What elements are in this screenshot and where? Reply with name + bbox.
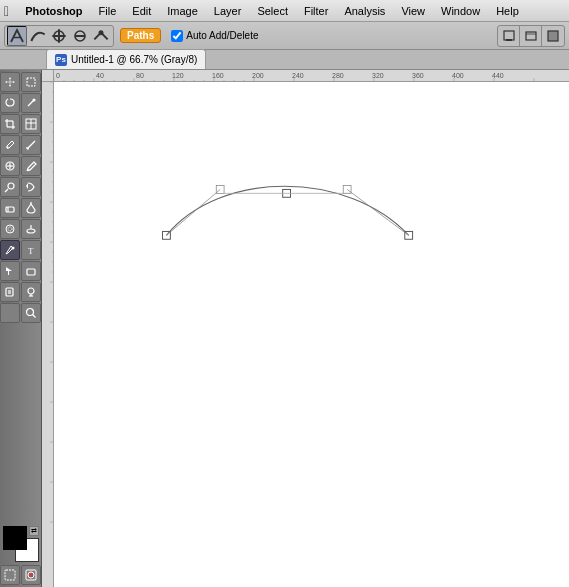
healing-tool[interactable] bbox=[0, 156, 20, 176]
history-brush-tool[interactable] bbox=[21, 177, 41, 197]
svg-rect-38 bbox=[6, 288, 13, 296]
svg-line-123 bbox=[166, 189, 220, 235]
add-anchor-btn[interactable] bbox=[49, 26, 69, 46]
slice-tool[interactable] bbox=[21, 114, 41, 134]
svg-point-26 bbox=[8, 183, 14, 189]
panels-row: Ps Untitled-1 @ 66.7% (Gray/8) bbox=[0, 50, 569, 70]
svg-point-2 bbox=[99, 30, 104, 35]
ruler-top: 0 40 80 120 160 200 240 280 320 360 400 … bbox=[54, 70, 569, 82]
dodge-tool[interactable] bbox=[21, 219, 41, 239]
measure-tool[interactable] bbox=[21, 135, 41, 155]
foreground-color-swatch[interactable] bbox=[3, 526, 27, 550]
menu-view[interactable]: View bbox=[393, 3, 433, 19]
marquee-tool[interactable] bbox=[21, 72, 41, 92]
move-tool[interactable] bbox=[0, 72, 20, 92]
eraser-tool[interactable] bbox=[0, 198, 20, 218]
notes-tool[interactable] bbox=[0, 282, 20, 302]
ruler-corner bbox=[42, 70, 54, 82]
menu-window[interactable]: Window bbox=[433, 3, 488, 19]
tool-row-mask bbox=[0, 565, 41, 585]
shape-tool[interactable] bbox=[21, 261, 41, 281]
magic-wand-tool[interactable] bbox=[21, 93, 41, 113]
toolbox: T bbox=[0, 70, 42, 587]
tool-row-10 bbox=[0, 261, 41, 281]
tool-row-9: T bbox=[0, 240, 41, 260]
svg-point-10 bbox=[33, 99, 36, 102]
svg-rect-3 bbox=[504, 31, 514, 40]
menu-layer[interactable]: Layer bbox=[206, 3, 250, 19]
svg-text:T: T bbox=[28, 246, 34, 256]
svg-point-33 bbox=[27, 229, 35, 233]
brush-tool[interactable] bbox=[21, 156, 41, 176]
standard-mode-btn[interactable] bbox=[0, 565, 20, 585]
paint-bucket-tool[interactable] bbox=[21, 198, 41, 218]
menu-bar:  Photoshop File Edit Image Layer Select… bbox=[0, 0, 569, 22]
menu-image[interactable]: Image bbox=[159, 3, 206, 19]
svg-point-48 bbox=[28, 572, 34, 578]
quick-mask-btn[interactable] bbox=[21, 565, 41, 585]
convert-anchor-btn[interactable] bbox=[91, 26, 111, 46]
svg-point-41 bbox=[28, 288, 34, 294]
svg-rect-5 bbox=[526, 32, 536, 40]
menu-file[interactable]: File bbox=[91, 3, 125, 19]
svg-text:200: 200 bbox=[252, 72, 264, 79]
eyedropper-tool[interactable] bbox=[0, 135, 20, 155]
tool-row-12 bbox=[0, 303, 41, 323]
svg-point-32 bbox=[8, 227, 12, 231]
menu-help[interactable]: Help bbox=[488, 3, 527, 19]
ruler-left: 0 bbox=[42, 82, 54, 587]
tool-row-3 bbox=[0, 114, 41, 134]
tool-row-6 bbox=[0, 177, 41, 197]
svg-rect-7 bbox=[548, 31, 558, 41]
zoom-tool[interactable] bbox=[21, 303, 41, 323]
menu-filter[interactable]: Filter bbox=[296, 3, 336, 19]
canvas-area: 0 40 80 120 160 200 240 280 320 360 400 … bbox=[42, 70, 569, 587]
main-layout: T bbox=[0, 70, 569, 587]
document-tab[interactable]: Ps Untitled-1 @ 66.7% (Gray/8) bbox=[46, 49, 206, 69]
tool-row-5 bbox=[0, 156, 41, 176]
menu-edit[interactable]: Edit bbox=[124, 3, 159, 19]
fullscreen-btn[interactable] bbox=[542, 25, 564, 47]
fullscreen-menu-btn[interactable] bbox=[520, 25, 542, 47]
freeform-pen-btn[interactable] bbox=[28, 26, 48, 46]
text-tool[interactable]: T bbox=[21, 240, 41, 260]
svg-point-31 bbox=[6, 225, 14, 233]
lasso-tool[interactable] bbox=[0, 93, 20, 113]
standard-screen-btn[interactable] bbox=[498, 25, 520, 47]
auto-add-delete-label: Auto Add/Delete bbox=[186, 30, 258, 41]
svg-line-125 bbox=[347, 189, 409, 235]
pen-tool-sidebar[interactable] bbox=[0, 240, 20, 260]
svg-rect-122 bbox=[283, 189, 291, 197]
crop-tool[interactable] bbox=[0, 114, 20, 134]
tool-row-2 bbox=[0, 93, 41, 113]
hand-tool[interactable] bbox=[0, 303, 20, 323]
svg-text:240: 240 bbox=[292, 72, 304, 79]
clone-stamp-tool[interactable] bbox=[0, 177, 20, 197]
color-swatches: ⇄ bbox=[3, 526, 39, 562]
svg-rect-121 bbox=[405, 231, 413, 239]
tool-mode-group bbox=[4, 25, 114, 47]
menu-select[interactable]: Select bbox=[249, 3, 296, 19]
apple-menu[interactable]:  bbox=[4, 3, 9, 19]
path-select-tool[interactable] bbox=[0, 261, 20, 281]
svg-text:360: 360 bbox=[412, 72, 424, 79]
auto-add-delete-checkbox[interactable] bbox=[171, 30, 183, 42]
delete-anchor-btn[interactable] bbox=[70, 26, 90, 46]
paths-tag[interactable]: Paths bbox=[120, 28, 161, 43]
pen-tool-btn[interactable] bbox=[7, 26, 27, 46]
svg-line-45 bbox=[33, 315, 36, 318]
swap-colors-btn[interactable]: ⇄ bbox=[29, 526, 39, 536]
blur-tool[interactable] bbox=[0, 219, 20, 239]
document-canvas[interactable] bbox=[54, 82, 569, 587]
svg-rect-124 bbox=[216, 186, 224, 194]
tool-row-1 bbox=[0, 72, 41, 92]
svg-point-35 bbox=[12, 247, 15, 250]
svg-line-19 bbox=[27, 141, 35, 149]
tool-row-7 bbox=[0, 198, 41, 218]
menu-photoshop[interactable]: Photoshop bbox=[17, 3, 90, 19]
svg-text:0: 0 bbox=[56, 72, 60, 79]
svg-text:280: 280 bbox=[332, 72, 344, 79]
svg-rect-8 bbox=[27, 78, 35, 86]
audio-tool[interactable] bbox=[21, 282, 41, 302]
menu-analysis[interactable]: Analysis bbox=[336, 3, 393, 19]
